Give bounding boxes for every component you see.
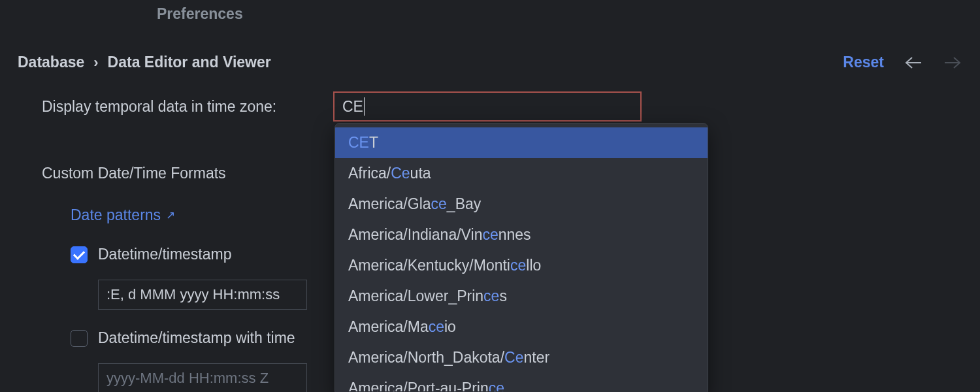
- breadcrumb-separator-icon: ›: [93, 54, 98, 71]
- nav-forward-icon: [943, 55, 962, 71]
- timezone-dropdown[interactable]: CETAfrica/CeutaAmerica/Glace_BayAmerica/…: [335, 123, 708, 392]
- timezone-option[interactable]: CET: [335, 127, 708, 158]
- datetime-tz-format-value: yyyy-MM-dd HH:mm:ss Z: [106, 370, 269, 387]
- timezone-label: Display temporal data in time zone:: [42, 98, 276, 116]
- breadcrumb-leaf: Data Editor and Viewer: [108, 54, 271, 71]
- timezone-option[interactable]: America/Lower_Princes: [335, 281, 708, 312]
- datetime-checkbox[interactable]: [71, 246, 88, 263]
- timezone-option[interactable]: America/North_Dakota/Center: [335, 342, 708, 373]
- datetime-tz-checkbox-label: Datetime/timestamp with time: [98, 329, 295, 347]
- timezone-option[interactable]: America/Indiana/Vincennes: [335, 220, 708, 250]
- timezone-option[interactable]: America/Maceio: [335, 312, 708, 342]
- timezone-option[interactable]: Africa/Ceuta: [335, 158, 708, 189]
- text-caret-icon: [364, 97, 365, 116]
- breadcrumb: Database › Data Editor and Viewer Reset: [18, 54, 962, 71]
- datetime-tz-format-input[interactable]: yyyy-MM-dd HH:mm:ss Z: [98, 363, 307, 392]
- timezone-input[interactable]: CE: [333, 91, 642, 122]
- date-patterns-link[interactable]: Date patterns ↗: [71, 206, 175, 224]
- external-link-icon: ↗: [166, 208, 175, 222]
- timezone-input-value: CE: [342, 98, 363, 116]
- datetime-format-input[interactable]: :E, d MMM yyyy HH:mm:ss: [98, 280, 307, 310]
- breadcrumb-root[interactable]: Database: [18, 54, 84, 71]
- timezone-option[interactable]: America/Glace_Bay: [335, 189, 708, 220]
- timezone-option[interactable]: America/Port-au-Prince: [335, 373, 708, 391]
- datetime-tz-checkbox[interactable]: [71, 330, 88, 347]
- section-heading: Custom Date/Time Formats: [42, 165, 226, 182]
- timezone-option[interactable]: America/Kentucky/Monticello: [335, 250, 708, 281]
- date-patterns-link-label: Date patterns: [71, 206, 161, 224]
- datetime-checkbox-label: Datetime/timestamp: [98, 246, 232, 263]
- window-title: Preferences: [157, 5, 243, 23]
- reset-button[interactable]: Reset: [843, 54, 884, 71]
- datetime-format-value: :E, d MMM yyyy HH:mm:ss: [106, 286, 280, 303]
- nav-back-icon[interactable]: [904, 55, 923, 71]
